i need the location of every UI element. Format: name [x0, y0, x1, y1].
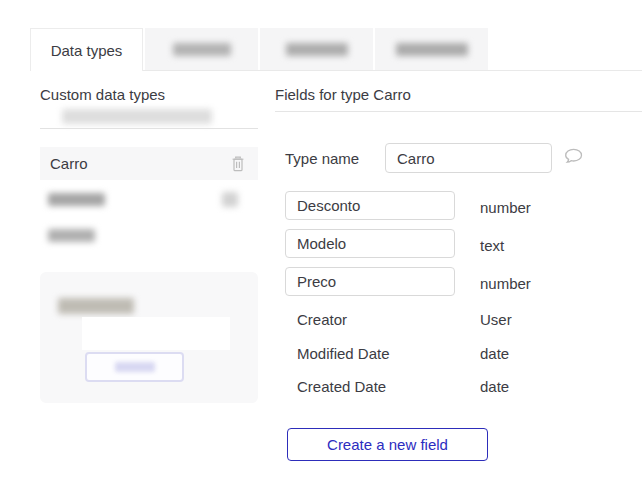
tab-redacted-2[interactable]: [260, 28, 373, 70]
redacted-card-label: [58, 298, 134, 314]
type-list-item-redacted-2[interactable]: [40, 224, 258, 250]
fields-heading: Fields for type Carro: [275, 86, 411, 103]
field-name-input-modelo[interactable]: [285, 229, 455, 258]
builtin-field-type: date: [480, 378, 509, 395]
comment-icon[interactable]: [562, 146, 585, 168]
tab-redacted-3[interactable]: [375, 28, 488, 70]
redacted-trash-icon: [222, 192, 238, 207]
redacted-button-label: [115, 362, 155, 372]
fields-heading-rule: [275, 111, 642, 112]
data-types-editor: { "colors": { "accent": "#2c2cc0", "tab_…: [0, 0, 642, 498]
tab-redacted-1[interactable]: [145, 28, 258, 70]
input-underline: [40, 128, 258, 129]
builtin-field-name: Creator: [297, 311, 347, 328]
create-type-button[interactable]: [85, 352, 184, 382]
field-name-input-preco[interactable]: [285, 267, 455, 296]
builtin-field-type: date: [480, 345, 509, 362]
tab-data-types[interactable]: Data types: [30, 28, 143, 71]
field-type-label: number: [480, 275, 531, 292]
type-name-field-label: Type name: [285, 150, 359, 167]
redacted-input-text: [62, 109, 212, 124]
builtin-field-name: Modified Date: [297, 345, 390, 362]
type-name-input[interactable]: [385, 143, 552, 173]
type-list-item-carro[interactable]: Carro: [40, 147, 258, 180]
redacted-tab-label: [173, 43, 231, 56]
redacted-text: [48, 229, 95, 242]
type-name-label: Carro: [50, 155, 88, 172]
builtin-field-name: Created Date: [297, 378, 386, 395]
redacted-tab-label: [396, 43, 468, 56]
type-list-item-redacted-1[interactable]: [40, 188, 258, 214]
field-type-label: number: [480, 199, 531, 216]
new-type-input[interactable]: [40, 104, 258, 128]
create-new-field-label: Create a new field: [327, 436, 448, 453]
custom-data-types-heading: Custom data types: [40, 86, 165, 103]
new-type-name-input[interactable]: [82, 317, 230, 350]
field-type-label: text: [480, 237, 504, 254]
trash-icon[interactable]: [230, 155, 246, 173]
redacted-tab-label: [286, 43, 348, 56]
tab-data-types-label: Data types: [51, 42, 123, 59]
create-new-field-button[interactable]: Create a new field: [287, 428, 488, 461]
field-name-input-desconto[interactable]: [285, 191, 455, 220]
builtin-field-type: User: [480, 311, 512, 328]
redacted-text: [48, 193, 105, 206]
